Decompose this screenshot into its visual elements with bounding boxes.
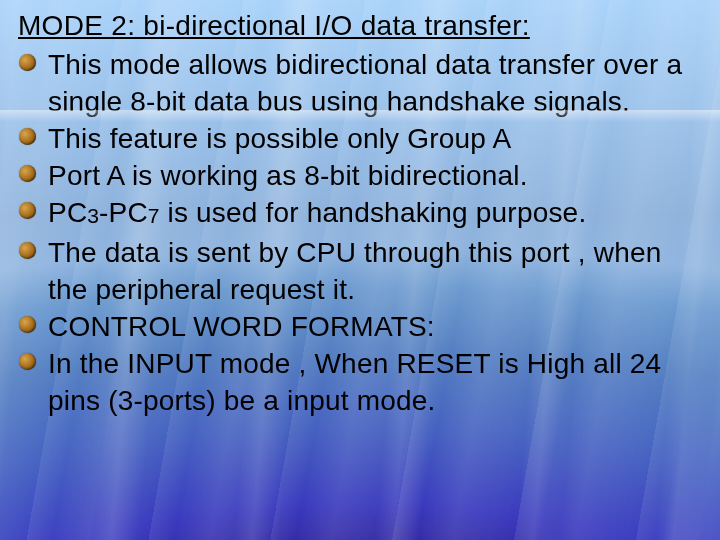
slide: MODE 2: bi-directional I/O data transfer… xyxy=(0,0,720,540)
bullet-text: CONTROL WORD FORMATS: xyxy=(48,311,435,342)
list-item: PC3-PC7 is used for handshaking purpose. xyxy=(18,194,702,234)
bullet-text: This mode allows bidirectional data tran… xyxy=(48,49,682,117)
list-item: The data is sent by CPU through this por… xyxy=(18,234,702,308)
slide-content: MODE 2: bi-directional I/O data transfer… xyxy=(0,0,720,419)
bullet-text: In the INPUT mode , When RESET is High a… xyxy=(48,348,661,416)
bullet-text: The data is sent by CPU through this por… xyxy=(48,237,661,305)
list-item: Port A is working as 8-bit bidirectional… xyxy=(18,157,702,194)
bullet-list: This mode allows bidirectional data tran… xyxy=(18,46,702,419)
list-item: This feature is possible only Group A xyxy=(18,120,702,157)
list-item: In the INPUT mode , When RESET is High a… xyxy=(18,345,702,419)
bullet-text: Port A is working as 8-bit bidirectional… xyxy=(48,160,528,191)
list-item: CONTROL WORD FORMATS: xyxy=(18,308,702,345)
bullet-text: This feature is possible only Group A xyxy=(48,123,511,154)
list-item: This mode allows bidirectional data tran… xyxy=(18,46,702,120)
slide-heading: MODE 2: bi-directional I/O data transfer… xyxy=(18,8,702,44)
bullet-text: PC3-PC7 is used for handshaking purpose. xyxy=(48,197,586,228)
